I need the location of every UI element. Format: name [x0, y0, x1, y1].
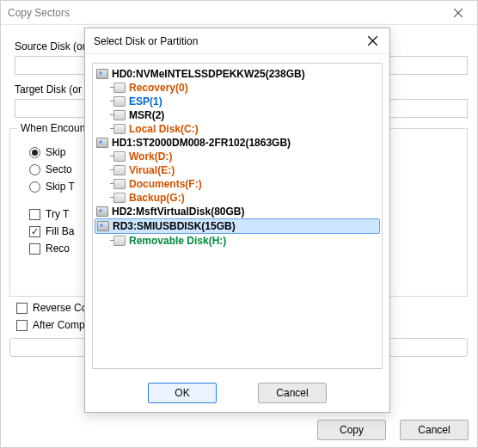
- outer-cancel-label: Cancel: [418, 424, 450, 436]
- inner-cancel-label: Cancel: [276, 387, 308, 399]
- partition-row[interactable]: Recovery(0): [95, 81, 380, 95]
- check-fill-label: Fill Ba: [46, 225, 74, 237]
- check-try-label: Try T: [46, 208, 69, 220]
- partition-icon: [113, 96, 126, 107]
- ok-button-label: OK: [175, 387, 189, 399]
- radio-icon: [29, 181, 40, 193]
- copy-button[interactable]: Copy: [317, 420, 386, 440]
- partition-icon: [113, 151, 126, 162]
- disk-row[interactable]: HD0:NVMeINTELSSDPEKKW25(238GB): [95, 67, 380, 81]
- disk-icon: [96, 206, 108, 217]
- outer-cancel-button[interactable]: Cancel: [400, 420, 469, 440]
- group-legend: When Encoun: [17, 122, 89, 134]
- partition-icon: [113, 83, 126, 93]
- outer-titlebar: Copy Sectors: [1, 1, 477, 25]
- radio-skip-t-label: Skip T: [46, 181, 75, 193]
- partition-row[interactable]: MSR(2): [95, 108, 380, 122]
- disk-tree[interactable]: HD0:NVMeINTELSSDPEKKW25(238GB)Recovery(0…: [92, 63, 383, 369]
- partition-icon: [113, 165, 126, 175]
- partition-label: Documents(F:): [129, 177, 202, 191]
- disk-label: HD2:MsftVirtualDisk(80GB): [112, 205, 244, 218]
- partition-row[interactable]: Local Disk(C:): [95, 122, 380, 136]
- partition-label: Virual(E:): [129, 163, 175, 177]
- radio-sector-label: Secto: [46, 163, 72, 175]
- inner-cancel-button[interactable]: Cancel: [258, 383, 327, 403]
- partition-row[interactable]: Work(D:): [95, 150, 380, 163]
- partition-row[interactable]: Documents(F:): [95, 177, 380, 191]
- disk-row[interactable]: RD3:SMIUSBDISK(15GB): [95, 218, 380, 234]
- partition-label: ESP(1): [129, 95, 162, 108]
- inner-close-button[interactable]: [355, 28, 389, 54]
- checkbox-icon: [29, 209, 40, 220]
- partition-row[interactable]: ESP(1): [95, 95, 380, 108]
- disk-row[interactable]: HD2:MsftVirtualDisk(80GB): [95, 205, 380, 218]
- partition-icon: [113, 236, 126, 246]
- checkbox-icon: [29, 243, 40, 255]
- check-reverse-label: Reverse Co: [33, 302, 87, 314]
- inner-buttons: OK Cancel: [85, 383, 389, 403]
- disk-icon: [96, 69, 108, 79]
- partition-row[interactable]: Backup(G:): [95, 191, 380, 205]
- radio-icon: [29, 164, 40, 175]
- checkbox-icon: [29, 226, 40, 237]
- disk-label: HD1:ST2000DM008-2FR102(1863GB): [112, 136, 291, 150]
- check-reco-label: Reco: [46, 242, 70, 255]
- partition-row[interactable]: Removable Disk(H:): [95, 234, 380, 248]
- copy-button-label: Copy: [340, 424, 364, 436]
- check-after-label: After Comp: [33, 319, 85, 331]
- disk-label: RD3:SMIUSBDISK(15GB): [113, 219, 236, 233]
- select-disk-dialog: Select Disk or Partition HD0:NVMeINTELSS…: [84, 28, 390, 413]
- disk-row[interactable]: HD1:ST2000DM008-2FR102(1863GB): [95, 136, 380, 150]
- inner-title: Select Disk or Partition: [85, 35, 198, 47]
- outer-buttons: Copy Cancel: [317, 420, 469, 440]
- outer-title: Copy Sectors: [1, 7, 70, 19]
- inner-titlebar: Select Disk or Partition: [85, 28, 389, 54]
- partition-label: Recovery(0): [129, 81, 188, 95]
- ok-button[interactable]: OK: [148, 383, 217, 403]
- disk-icon: [97, 221, 109, 231]
- partition-label: MSR(2): [129, 108, 164, 122]
- partition-icon: [113, 193, 126, 203]
- partition-icon: [113, 124, 126, 134]
- partition-icon: [113, 110, 126, 120]
- partition-row[interactable]: Virual(E:): [95, 163, 380, 177]
- disk-label: HD0:NVMeINTELSSDPEKKW25(238GB): [112, 67, 305, 81]
- partition-label: Removable Disk(H:): [129, 234, 226, 248]
- checkbox-icon: [16, 303, 28, 314]
- partition-label: Work(D:): [129, 150, 172, 163]
- partition-label: Backup(G:): [129, 191, 185, 205]
- outer-close-button[interactable]: [439, 1, 477, 25]
- close-icon: [368, 36, 377, 46]
- radio-icon: [29, 147, 40, 158]
- close-icon: [454, 9, 463, 17]
- partition-icon: [113, 179, 126, 189]
- checkbox-icon: [16, 320, 28, 331]
- radio-skip-label: Skip: [46, 146, 65, 158]
- disk-icon: [96, 138, 108, 148]
- partition-label: Local Disk(C:): [129, 122, 199, 136]
